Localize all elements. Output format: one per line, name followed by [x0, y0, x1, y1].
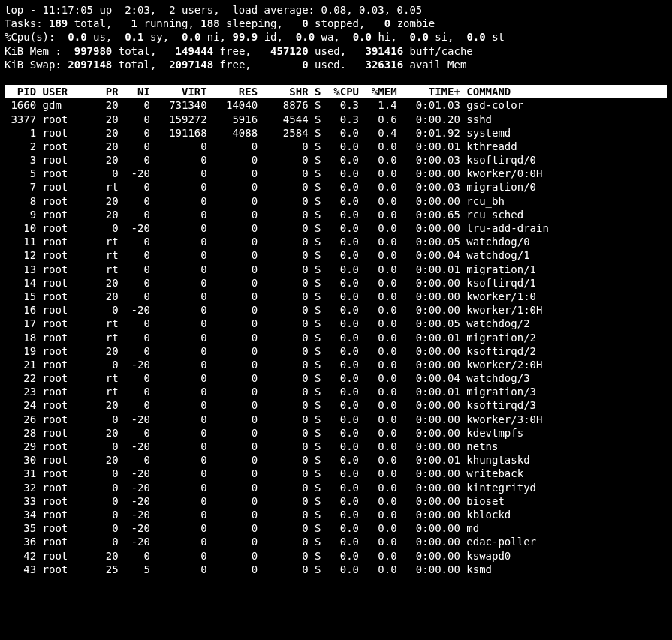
terminal-output[interactable]: top - 11:17:05 up 2:03, 2 users, load av… — [0, 0, 672, 579]
process-row[interactable]: 9 root 20 0 0 0 0 S 0.0 0.0 0:00.65 rcu_… — [5, 208, 667, 221]
process-row[interactable]: 42 root 20 0 0 0 0 S 0.0 0.0 0:00.00 ksw… — [5, 549, 667, 563]
process-row[interactable]: 1 root 20 0 191168 4088 2584 S 0.0 0.4 0… — [5, 126, 667, 140]
process-row[interactable]: 1660 gdm 20 0 731340 14040 8876 S 0.3 1.… — [5, 98, 667, 112]
process-row[interactable]: 33 root 0 -20 0 0 0 S 0.0 0.0 0:00.00 bi… — [5, 494, 667, 508]
process-row[interactable]: 23 root rt 0 0 0 0 S 0.0 0.0 0:00.01 mig… — [5, 385, 667, 398]
summary-swap: KiB Swap: 2097148 total, 2097148 free, 0… — [5, 58, 667, 71]
process-row[interactable]: 31 root 0 -20 0 0 0 S 0.0 0.0 0:00.00 wr… — [5, 467, 667, 480]
process-row[interactable]: 35 root 0 -20 0 0 0 S 0.0 0.0 0:00.00 md — [5, 521, 667, 535]
process-row[interactable]: 3 root 20 0 0 0 0 S 0.0 0.0 0:00.03 ksof… — [5, 153, 667, 167]
process-row[interactable]: 24 root 20 0 0 0 0 S 0.0 0.0 0:00.00 kso… — [5, 398, 667, 412]
process-row[interactable]: 10 root 0 -20 0 0 0 S 0.0 0.0 0:00.00 lr… — [5, 221, 667, 235]
process-row[interactable]: 28 root 20 0 0 0 0 S 0.0 0.0 0:00.00 kde… — [5, 426, 667, 440]
process-header[interactable]: PID USER PR NI VIRT RES SHR S %CPU %MEM … — [5, 85, 667, 98]
process-row[interactable]: 30 root 20 0 0 0 0 S 0.0 0.0 0:00.01 khu… — [5, 453, 667, 467]
process-row[interactable]: 16 root 0 -20 0 0 0 S 0.0 0.0 0:00.00 kw… — [5, 303, 667, 317]
process-row[interactable]: 32 root 0 -20 0 0 0 S 0.0 0.0 0:00.00 ki… — [5, 481, 667, 494]
summary-mem: KiB Mem : 997980 total, 149444 free, 457… — [5, 44, 667, 58]
process-row[interactable]: 5 root 0 -20 0 0 0 S 0.0 0.0 0:00.00 kwo… — [5, 167, 667, 180]
process-row[interactable]: 43 root 25 5 0 0 0 S 0.0 0.0 0:00.00 ksm… — [5, 563, 667, 576]
process-row[interactable]: 19 root 20 0 0 0 0 S 0.0 0.0 0:00.00 kso… — [5, 344, 667, 358]
summary-tasks: Tasks: 189 total, 1 running, 188 sleepin… — [5, 17, 667, 30]
process-row[interactable]: 8 root 20 0 0 0 0 S 0.0 0.0 0:00.00 rcu_… — [5, 194, 667, 208]
process-row[interactable]: 26 root 0 -20 0 0 0 S 0.0 0.0 0:00.00 kw… — [5, 413, 667, 426]
summary-cpu: %Cpu(s): 0.0 us, 0.1 sy, 0.0 ni, 99.9 id… — [5, 30, 667, 44]
process-row[interactable]: 7 root rt 0 0 0 0 S 0.0 0.0 0:00.03 migr… — [5, 180, 667, 194]
blank-line — [5, 71, 667, 85]
process-row[interactable]: 36 root 0 -20 0 0 0 S 0.0 0.0 0:00.00 ed… — [5, 535, 667, 548]
process-row[interactable]: 29 root 0 -20 0 0 0 S 0.0 0.0 0:00.00 ne… — [5, 440, 667, 453]
process-row[interactable]: 34 root 0 -20 0 0 0 S 0.0 0.0 0:00.00 kb… — [5, 508, 667, 521]
process-row[interactable]: 2 root 20 0 0 0 0 S 0.0 0.0 0:00.01 kthr… — [5, 140, 667, 153]
process-row[interactable]: 18 root rt 0 0 0 0 S 0.0 0.0 0:00.01 mig… — [5, 331, 667, 344]
process-row[interactable]: 11 root rt 0 0 0 0 S 0.0 0.0 0:00.05 wat… — [5, 235, 667, 248]
process-row[interactable]: 17 root rt 0 0 0 0 S 0.0 0.0 0:00.05 wat… — [5, 317, 667, 330]
summary-uptime: top - 11:17:05 up 2:03, 2 users, load av… — [5, 3, 667, 17]
process-row[interactable]: 14 root 20 0 0 0 0 S 0.0 0.0 0:00.00 kso… — [5, 276, 667, 290]
process-row[interactable]: 12 root rt 0 0 0 0 S 0.0 0.0 0:00.04 wat… — [5, 248, 667, 262]
process-row[interactable]: 15 root 20 0 0 0 0 S 0.0 0.0 0:00.00 kwo… — [5, 290, 667, 303]
process-row[interactable]: 21 root 0 -20 0 0 0 S 0.0 0.0 0:00.00 kw… — [5, 358, 667, 371]
process-row[interactable]: 3377 root 20 0 159272 5916 4544 S 0.3 0.… — [5, 113, 667, 126]
process-row[interactable]: 13 root rt 0 0 0 0 S 0.0 0.0 0:00.01 mig… — [5, 263, 667, 276]
process-row[interactable]: 22 root rt 0 0 0 0 S 0.0 0.0 0:00.04 wat… — [5, 371, 667, 385]
